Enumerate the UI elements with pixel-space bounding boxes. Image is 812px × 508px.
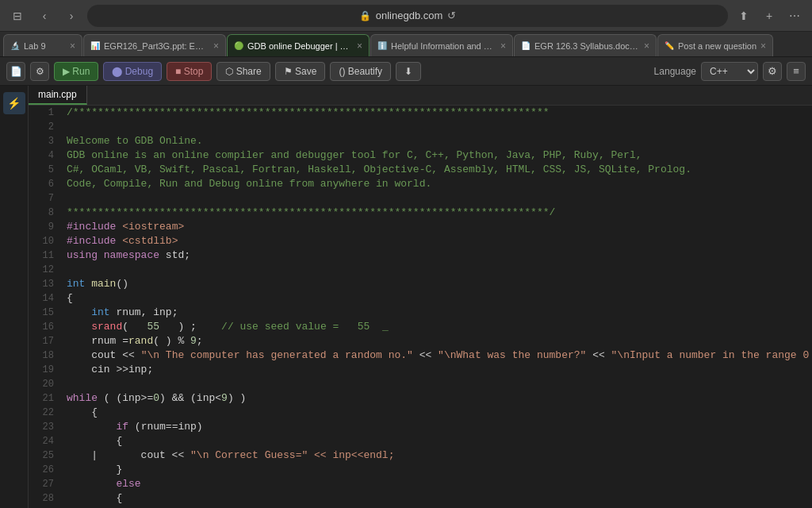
address-bar[interactable]: 🔒 onlinegdb.com ↺: [87, 5, 728, 27]
forward-button[interactable]: ›: [60, 5, 82, 27]
extra-btn[interactable]: ≡: [787, 62, 806, 81]
tab-egr126[interactable]: 📊EGR126_Part3G.ppt: EGR 126:...×: [83, 34, 226, 56]
tab-syllabus[interactable]: 📄EGR 126.3 Syllabus.docx - Goo...×: [514, 34, 657, 56]
code-line: /***************************************…: [67, 106, 812, 120]
line-number: 22: [29, 406, 54, 420]
language-label: Language: [654, 66, 696, 77]
settings-btn[interactable]: ⚙: [763, 62, 782, 81]
reload-icon: ↺: [447, 10, 456, 21]
tab-gdb[interactable]: 🟢GDB online Debugger | Compil...×: [227, 34, 370, 56]
tab-question[interactable]: ✏️Post a new question×: [657, 34, 773, 56]
tab-favicon: ℹ️: [377, 41, 387, 50]
line-number: 23: [29, 420, 54, 434]
tab-favicon: 🟢: [234, 41, 243, 50]
tab-close[interactable]: ×: [357, 40, 362, 52]
share-button[interactable]: ⬆: [733, 5, 755, 27]
tab-label: EGR126_Part3G.ppt: EGR 126:...: [104, 41, 209, 51]
tab-label: Post a new question: [678, 41, 756, 51]
tab-close[interactable]: ×: [500, 40, 506, 52]
code-line: {: [67, 406, 812, 420]
tab-label: Lab 9: [24, 41, 66, 51]
code-line: {: [67, 491, 812, 506]
code-line: ****************************************…: [67, 206, 812, 220]
line-number: 27: [29, 477, 54, 491]
stop-button[interactable]: ■ Stop: [167, 62, 212, 81]
tab-favicon: 📄: [521, 41, 530, 50]
line-number: 8: [29, 206, 54, 220]
debug-button[interactable]: ⬤ Debug: [103, 62, 162, 81]
line-number: 10: [29, 234, 54, 248]
tab-lab9[interactable]: 🔬Lab 9×: [3, 34, 82, 56]
tab-favicon: 🔬: [10, 41, 20, 50]
file-icon-btn[interactable]: 📄: [6, 62, 25, 81]
line-number: 18: [29, 348, 54, 363]
browser-actions: ⬆ + ⋯: [733, 5, 806, 27]
new-tab-button[interactable]: +: [758, 5, 780, 27]
line-number: 2: [29, 120, 54, 134]
line-number: 15: [29, 306, 54, 320]
file-tab-label: main.cpp: [38, 89, 77, 100]
line-number: 14: [29, 291, 54, 306]
code-line: {: [67, 291, 812, 306]
tab-close[interactable]: ×: [644, 40, 649, 52]
tab-close[interactable]: ×: [760, 40, 766, 52]
code-line: [67, 263, 812, 277]
code-line: cin >>inp;: [67, 363, 812, 377]
code-line: [67, 191, 812, 206]
code-line: GDB online is an online compiler and deb…: [67, 148, 812, 163]
tab-close[interactable]: ×: [70, 40, 75, 52]
line-number: 1: [29, 106, 54, 120]
line-number: 9: [29, 220, 54, 234]
code-line: {: [67, 434, 812, 448]
window-controls[interactable]: ⊟: [6, 5, 29, 27]
back-button[interactable]: ‹: [33, 5, 56, 27]
toolbar: 📄 ⚙ ▶ Run ⬤ Debug ■ Stop ⬡ Share ⚑ Save …: [0, 57, 812, 86]
line-number: 7: [29, 191, 54, 206]
line-number: 17: [29, 334, 54, 348]
line-number: 26: [29, 463, 54, 477]
line-number: 24: [29, 434, 54, 448]
tab-helpful[interactable]: ℹ️Helpful Information and Links -...×: [370, 34, 513, 56]
code-line: if (rnum==inp): [67, 420, 812, 434]
code-line: rnum =rand( ) % 9;: [67, 334, 812, 348]
line-number: 21: [29, 391, 54, 406]
file-tab-main[interactable]: main.cpp: [29, 86, 87, 105]
line-number: 3: [29, 134, 54, 148]
tab-label: GDB online Debugger | Compil...: [247, 41, 353, 51]
code-line: [67, 120, 812, 134]
beautify-button[interactable]: () Beautify: [330, 62, 391, 81]
tab-favicon: 📊: [90, 41, 100, 50]
tab-label: EGR 126.3 Syllabus.docx - Goo...: [534, 41, 640, 51]
code-line: [67, 377, 812, 391]
code-line: using namespace std;: [67, 248, 812, 263]
language-selector: Language C++ C Python Java: [654, 62, 758, 81]
sidebar-icon-debug[interactable]: ⚡: [3, 92, 25, 114]
line-number: 20: [29, 377, 54, 391]
line-number: 25: [29, 448, 54, 463]
line-number: 16: [29, 320, 54, 334]
code-editor[interactable]: 1234567891011121314151617181920212223242…: [29, 106, 812, 508]
menu-button[interactable]: ⋯: [783, 5, 806, 27]
address-text: onlinegdb.com: [376, 10, 443, 21]
code-content[interactable]: /***************************************…: [60, 106, 812, 508]
line-number: 12: [29, 263, 54, 277]
code-line: Welcome to GDB Online.: [67, 134, 812, 148]
run-button[interactable]: ▶ Run: [54, 62, 98, 81]
code-line: C#, OCaml, VB, Swift, Pascal, Fortran, H…: [67, 163, 812, 177]
line-number: 19: [29, 363, 54, 377]
tab-close[interactable]: ×: [213, 40, 219, 52]
code-line: int main(): [67, 277, 812, 291]
code-line: Code, Compile, Run and Debug online from…: [67, 177, 812, 191]
settings-icon-btn[interactable]: ⚙: [30, 62, 49, 81]
sidebar: ⚡: [0, 86, 29, 508]
code-line: int rnum, inp;: [67, 306, 812, 320]
tab-label: Helpful Information and Links -...: [391, 41, 496, 51]
tab-favicon: ✏️: [665, 41, 674, 50]
language-select[interactable]: C++ C Python Java: [701, 62, 758, 81]
download-button[interactable]: ⬇: [396, 62, 421, 81]
share-button[interactable]: ⬡ Share: [216, 62, 270, 81]
code-line: }: [67, 463, 812, 477]
code-line: | cout << "\n Correct Guess=" << inp<<en…: [67, 448, 812, 463]
code-line: srand( 55 ) ; // use seed value = 55 _: [67, 320, 812, 334]
save-button[interactable]: ⚑ Save: [275, 62, 326, 81]
